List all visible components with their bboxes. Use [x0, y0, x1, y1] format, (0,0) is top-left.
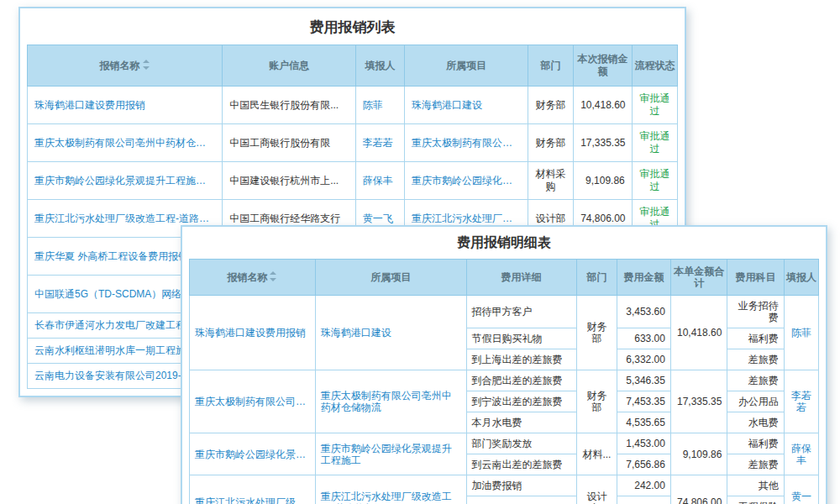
list-col-project: 所属项目 — [404, 45, 528, 87]
detail-project-cell[interactable]: 珠海鹤港口建设 — [315, 296, 466, 370]
detail-table: 报销名称 所属项目 费用详细 部门 费用金额 本单金额合计 费用科目 填报人 珠… — [189, 259, 819, 504]
detail-expense-cell: 到宁波出差的差旅费 — [466, 391, 576, 412]
list-status-cell: 审批通过 — [632, 162, 677, 200]
detail-amount-cell: 633.00 — [617, 328, 671, 349]
detail-expense-cell: 本月水电费 — [466, 412, 576, 433]
list-table-row: 重庆市鹅岭公园绿化景观提升工程施工费用报销中国建设银行杭州市上...薛保丰重庆市… — [28, 162, 678, 200]
list-amount-cell: 9,109.86 — [574, 162, 633, 200]
detail-expense-cell: 工程保险购买 — [466, 496, 576, 504]
list-account-cell: 中国民生银行股份有限... — [223, 87, 356, 124]
detail-expense-cell: 部门奖励发放 — [466, 433, 576, 454]
detail-expense-cell: 到上海出差的差旅费 — [466, 349, 576, 370]
detail-category-cell: 工程保险费 — [727, 496, 784, 504]
detail-col-dept: 部门 — [576, 260, 617, 296]
detail-category-cell: 水电费 — [727, 412, 784, 433]
detail-amount-cell: 242.00 — [617, 475, 671, 496]
list-table-header-row: 报销名称 账户信息 填报人 所属项目 部门 本次报销金额 流程状态 — [28, 45, 678, 87]
list-amount-cell: 10,418.60 — [574, 87, 633, 124]
detail-expense-cell: 招待甲方客户 — [466, 296, 576, 328]
detail-reporter-cell[interactable]: 薛保丰 — [784, 433, 818, 475]
detail-dept-cell: 财务部 — [576, 296, 617, 370]
detail-total-cell: 74,806.00 — [670, 475, 727, 504]
detail-col-reporter: 填报人 — [784, 260, 818, 296]
detail-category-cell: 福利费 — [727, 328, 784, 349]
list-name-cell[interactable]: 珠海鹤港口建设费用报销 — [28, 87, 223, 124]
detail-expense-cell: 节假日购买礼物 — [466, 328, 576, 349]
list-name-cell[interactable]: 重庆市鹅岭公园绿化景观提升工程施工费用报销 — [28, 162, 223, 200]
detail-col-total: 本单金额合计 — [670, 260, 727, 296]
detail-category-cell: 业务招待费 — [727, 296, 784, 328]
list-col-reporter: 填报人 — [355, 45, 404, 87]
detail-col-category: 费用科目 — [727, 260, 784, 296]
detail-name-cell[interactable]: 珠海鹤港口建设费用报销 — [190, 296, 316, 370]
list-col-status: 流程状态 — [632, 45, 677, 87]
list-status-cell: 审批通过 — [632, 87, 677, 124]
detail-expense-cell: 到云南出差的差旅费 — [466, 454, 576, 475]
list-col-name[interactable]: 报销名称 — [28, 45, 223, 87]
detail-reporter-cell[interactable]: 李若若 — [784, 370, 818, 433]
detail-col-project: 所属项目 — [315, 260, 466, 296]
detail-dept-cell: 设计部 — [576, 475, 617, 504]
list-reporter-cell[interactable]: 李若若 — [355, 124, 404, 162]
list-dept-cell: 财务部 — [528, 87, 573, 124]
detail-amount-cell: 7,453.35 — [617, 391, 671, 412]
detail-table-title: 费用报销明细表 — [182, 227, 826, 259]
detail-category-cell: 其他 — [727, 475, 784, 496]
detail-dept-cell: 财务部 — [576, 370, 617, 433]
detail-amount-cell: 3,453.60 — [617, 296, 671, 328]
detail-name-cell[interactable]: 重庆太极制药有限公司亳州中药材... — [190, 370, 316, 433]
detail-project-cell[interactable]: 重庆江北污水处理厂级改造工程-道路修复工 — [315, 475, 466, 504]
detail-total-cell: 10,418.60 — [670, 296, 727, 370]
detail-col-name-label: 报销名称 — [227, 271, 267, 283]
list-amount-cell: 17,335.35 — [574, 124, 633, 162]
detail-project-cell[interactable]: 重庆市鹅岭公园绿化景观提升工程施工 — [315, 433, 466, 475]
detail-table-row: 珠海鹤港口建设费用报销珠海鹤港口建设招待甲方客户财务部3,453.6010,41… — [190, 296, 819, 328]
detail-category-cell: 办公用品 — [727, 391, 784, 412]
list-col-account: 账户信息 — [223, 45, 356, 87]
detail-category-cell: 福利费 — [727, 433, 784, 454]
list-col-dept: 部门 — [528, 45, 573, 87]
list-project-cell[interactable]: 重庆市鹅岭公园绿化景观提升... — [404, 162, 528, 200]
detail-name-cell[interactable]: 重庆市鹅岭公园绿化景观提升工程... — [190, 433, 316, 475]
detail-reporter-cell[interactable]: 黄一飞 — [784, 475, 818, 504]
detail-col-amount: 费用金额 — [617, 260, 671, 296]
detail-total-cell: 17,335.35 — [670, 370, 727, 433]
detail-category-cell: 差旅费 — [727, 370, 784, 391]
list-project-cell[interactable]: 珠海鹤港口建设 — [404, 87, 528, 124]
sort-icon[interactable] — [143, 60, 150, 70]
list-table-title: 费用报销列表 — [20, 8, 685, 45]
detail-amount-cell: 1,453.00 — [617, 433, 671, 454]
detail-amount-cell: 5,346.35 — [617, 370, 671, 391]
detail-project-cell[interactable]: 重庆太极制药有限公司亳州中药材仓储物流 — [315, 370, 466, 433]
detail-amount-cell: 74,564... — [617, 496, 671, 504]
detail-amount-cell: 4,535.65 — [617, 412, 671, 433]
list-name-cell[interactable]: 重庆太极制药有限公司亳州中药材仓储物流基地项... — [28, 124, 223, 162]
detail-col-name[interactable]: 报销名称 — [190, 260, 316, 296]
detail-category-cell: 差旅费 — [727, 454, 784, 475]
detail-expense-cell: 到合肥出差的差旅费 — [466, 370, 576, 391]
list-account-cell: 中国建设银行杭州市上... — [223, 162, 356, 200]
detail-reporter-cell[interactable]: 陈菲 — [784, 296, 818, 370]
detail-amount-cell: 6,332.00 — [617, 349, 671, 370]
list-dept-cell: 财务部 — [528, 124, 573, 162]
list-reporter-cell[interactable]: 薛保丰 — [355, 162, 404, 200]
detail-name-cell[interactable]: 重庆江北污水处理厂级改造工程-... — [190, 475, 316, 504]
detail-expense-cell: 加油费报销 — [466, 475, 576, 496]
list-project-cell[interactable]: 重庆太极制药有限公司亳州中... — [404, 124, 528, 162]
detail-table-row: 重庆市鹅岭公园绿化景观提升工程...重庆市鹅岭公园绿化景观提升工程施工部门奖励发… — [190, 433, 819, 454]
list-col-amount: 本次报销金额 — [574, 45, 633, 87]
list-status-cell: 审批通过 — [632, 124, 677, 162]
detail-table-row: 重庆江北污水处理厂级改造工程-...重庆江北污水处理厂级改造工程-道路修复工加油… — [190, 475, 819, 496]
sort-icon[interactable] — [270, 271, 277, 281]
detail-col-detail: 费用详细 — [466, 260, 576, 296]
detail-dept-cell: 材料... — [576, 433, 617, 475]
list-table-row: 珠海鹤港口建设费用报销中国民生银行股份有限...陈菲珠海鹤港口建设财务部10,4… — [28, 87, 678, 124]
detail-amount-cell: 7,656.86 — [617, 454, 671, 475]
list-reporter-cell[interactable]: 陈菲 — [355, 87, 404, 124]
list-account-cell: 中国工商银行股份有限 — [223, 124, 356, 162]
list-dept-cell: 材料采购 — [528, 162, 573, 200]
detail-category-cell: 差旅费 — [727, 349, 784, 370]
detail-table-row: 重庆太极制药有限公司亳州中药材...重庆太极制药有限公司亳州中药材仓储物流到合肥… — [190, 370, 819, 391]
expense-detail-window: 费用报销明细表 报销名称 所属项目 费用详细 部门 费用金额 本单金额合计 费用… — [181, 225, 827, 504]
detail-table-header-row: 报销名称 所属项目 费用详细 部门 费用金额 本单金额合计 费用科目 填报人 — [190, 260, 819, 296]
